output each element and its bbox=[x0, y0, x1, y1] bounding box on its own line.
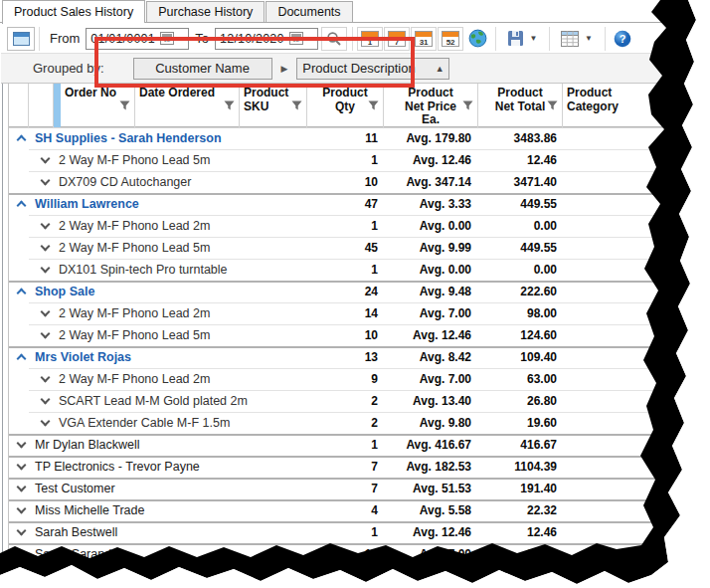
expand-chevron-icon[interactable] bbox=[41, 307, 51, 317]
customer-group-row[interactable]: Mrs Violet Rojas13Avg. 8.42109.40 bbox=[9, 346, 710, 368]
collapse-chevron-icon[interactable] bbox=[17, 354, 27, 364]
layout-button[interactable]: ▼ bbox=[554, 27, 600, 51]
customer-group-row[interactable]: Mr Dylan Blackwell1Avg. 416.67416.67 bbox=[9, 434, 710, 456]
net-price-cell: Avg. 5.58 bbox=[378, 499, 471, 521]
column-header-product-sku[interactable]: Product SKU bbox=[240, 84, 307, 127]
filter-icon[interactable] bbox=[368, 100, 379, 110]
column-header-date-ordered[interactable]: Date Ordered bbox=[135, 84, 240, 127]
expand-chevron-icon[interactable] bbox=[17, 439, 27, 449]
range-day-button[interactable]: 1 bbox=[357, 27, 383, 51]
calendar-icon[interactable] bbox=[289, 32, 303, 45]
net-price-cell: Avg. 9.48 bbox=[378, 281, 471, 302]
net-price-cell: Avg. 7.00 bbox=[378, 543, 471, 565]
tab-documents[interactable]: Documents bbox=[266, 1, 352, 22]
search-button[interactable] bbox=[321, 27, 347, 51]
customer-label: William Lawrence bbox=[35, 193, 139, 215]
group-field-customer-name[interactable]: Customer Name bbox=[133, 58, 272, 80]
product-row[interactable]: SCART Lead M-M Gold plated 2m2Avg. 13.40… bbox=[9, 390, 710, 412]
customer-label: Test Customer bbox=[35, 478, 115, 499]
net-total-cell: 22.32 bbox=[471, 499, 557, 521]
grouped-by-bar: Grouped by: Customer Name ▶ Product Desc… bbox=[1, 53, 710, 84]
product-label: DX101 Spin-tech Pro turntable bbox=[59, 259, 228, 281]
product-row[interactable]: 2 Way M-F Phono Lead 2m9Avg. 7.0063.00 bbox=[9, 368, 710, 390]
chevron-down-icon[interactable]: ▼ bbox=[585, 34, 593, 43]
collapse-chevron-icon[interactable] bbox=[17, 289, 27, 298]
group-field-product-description[interactable]: Product Description ▲ bbox=[296, 58, 449, 80]
collapse-chevron-icon[interactable] bbox=[17, 201, 27, 211]
tab-purchase-history[interactable]: Purchase History bbox=[146, 1, 265, 22]
product-row[interactable]: DX709 CD Autochanger10Avg. 347.143471.40 bbox=[9, 171, 710, 193]
net-total-cell: 98.00 bbox=[471, 302, 557, 324]
customer-label: TP Electronics - Trevor Payne bbox=[35, 456, 200, 478]
filter-icon[interactable] bbox=[654, 100, 665, 110]
range-month-button[interactable]: 31 bbox=[411, 27, 437, 51]
product-row[interactable]: 2 Way M-F Phono Lead 2m1Avg. 0.000.00 bbox=[9, 215, 710, 237]
expand-chevron-icon[interactable] bbox=[17, 483, 27, 492]
new-window-button[interactable] bbox=[7, 27, 35, 51]
toolbar-separator bbox=[352, 27, 353, 51]
range-week-button[interactable]: 7 bbox=[384, 27, 410, 51]
filter-icon[interactable] bbox=[291, 100, 302, 110]
from-date-input[interactable]: 01/01/0001 bbox=[86, 28, 189, 50]
product-row[interactable]: 2 Way M-F Phono Lead 2m14Avg. 7.0098.00 bbox=[9, 302, 710, 324]
chevron-down-icon[interactable]: ▼ bbox=[530, 34, 538, 43]
expand-chevron-icon[interactable] bbox=[41, 417, 51, 427]
expand-chevron-icon[interactable] bbox=[41, 395, 51, 405]
filter-icon[interactable] bbox=[547, 100, 558, 110]
customer-group-row[interactable]: Miss Michelle Trade4Avg. 5.5822.32 bbox=[9, 499, 710, 521]
net-price-cell: Avg. 0.00 bbox=[378, 259, 471, 281]
product-row[interactable]: 2 Way M-F Phono Lead 5m1Avg. 12.4612.46 bbox=[9, 149, 710, 171]
expand-chevron-icon[interactable] bbox=[41, 220, 51, 230]
to-date-input[interactable]: 12/10/2020 bbox=[215, 28, 318, 50]
expand-chevron-icon[interactable] bbox=[17, 461, 27, 471]
help-button[interactable]: ? bbox=[610, 27, 635, 51]
expand-chevron-icon[interactable] bbox=[41, 373, 51, 383]
customer-group-row[interactable]: Shop Sale24Avg. 9.48222.60 bbox=[9, 281, 710, 302]
filter-icon[interactable] bbox=[462, 100, 473, 110]
column-header-product-category[interactable]: Product Category bbox=[563, 84, 710, 127]
qty-cell: 1 bbox=[302, 434, 378, 456]
calendar-icon[interactable] bbox=[160, 32, 174, 45]
column-header-order-no[interactable]: Order No bbox=[61, 84, 135, 127]
qty-cell: 1 bbox=[302, 215, 378, 237]
expand-chevron-icon[interactable] bbox=[41, 329, 51, 339]
toolbar: From 01/01/0001 To 12/10/2020 1 7 31 52 bbox=[1, 24, 710, 53]
customer-group-row[interactable]: William Lawrence47Avg. 3.33449.55 bbox=[9, 193, 710, 215]
customer-group-row[interactable]: SH Supplies - Sarah Henderson11Avg. 179.… bbox=[9, 127, 710, 149]
column-header-product-qty[interactable]: Product Qty bbox=[307, 84, 384, 127]
column-label: Order No bbox=[61, 84, 132, 100]
product-label: 2 Way M-F Phono Lead 2m bbox=[59, 215, 210, 237]
column-header-product-net-price[interactable]: Product Net Price Ea. bbox=[384, 84, 478, 127]
expand-chevron-icon[interactable] bbox=[17, 526, 27, 536]
help-icon: ? bbox=[614, 30, 631, 48]
arrow-right-icon: ▶ bbox=[281, 64, 288, 74]
customer-group-row[interactable]: Test Customer7Avg. 51.53191.40 bbox=[9, 478, 710, 499]
product-row[interactable]: DX101 Spin-tech Pro turntable1Avg. 0.000… bbox=[9, 259, 710, 281]
product-row[interactable]: 2 Way M-F Phono Lead 5m45Avg. 9.99449.55 bbox=[9, 237, 710, 259]
expand-chevron-icon[interactable] bbox=[41, 176, 51, 186]
collapse-chevron-icon[interactable] bbox=[17, 135, 27, 145]
tab-product-sales-history[interactable]: Product Sales History bbox=[2, 0, 145, 23]
product-row[interactable]: 2 Way M-F Phono Lead 5m10Avg. 12.46124.6… bbox=[9, 324, 710, 346]
expand-chevron-icon[interactable] bbox=[17, 504, 27, 514]
expand-chevron-icon[interactable] bbox=[41, 264, 51, 274]
customer-group-row[interactable]: Sarah Bestwell1Avg. 12.4612.46 bbox=[9, 521, 710, 543]
customer-group-row[interactable]: Sarah Sarandon14Avg. 7.0098.00 bbox=[9, 543, 710, 565]
product-row[interactable]: VGA Extender Cable M-F 1.5m2Avg. 9.8019.… bbox=[9, 412, 710, 434]
expand-chevron-icon[interactable] bbox=[41, 154, 51, 164]
customer-label: Mr Dylan Blackwell bbox=[35, 434, 140, 456]
expand-chevron-icon[interactable] bbox=[41, 242, 51, 252]
expand-chevron-icon[interactable] bbox=[17, 548, 27, 558]
column-header-product-net-total[interactable]: Product Net Total bbox=[478, 84, 563, 127]
product-label: 2 Way M-F Phono Lead 5m bbox=[59, 237, 210, 259]
filter-icon[interactable] bbox=[119, 100, 130, 110]
net-price-cell: Avg. 347.14 bbox=[378, 171, 471, 193]
customer-group-row[interactable]: TP Electronics - Trevor Payne7Avg. 182.5… bbox=[9, 456, 710, 478]
customer-label: Miss Michelle Trade bbox=[35, 499, 144, 521]
range-year-button[interactable]: 52 bbox=[438, 27, 463, 51]
calendar-52-icon: 52 bbox=[442, 31, 459, 47]
qty-cell: 13 bbox=[302, 346, 378, 368]
filter-icon[interactable] bbox=[224, 100, 235, 110]
save-button[interactable]: ▼ bbox=[500, 27, 544, 51]
web-button[interactable] bbox=[464, 27, 490, 51]
